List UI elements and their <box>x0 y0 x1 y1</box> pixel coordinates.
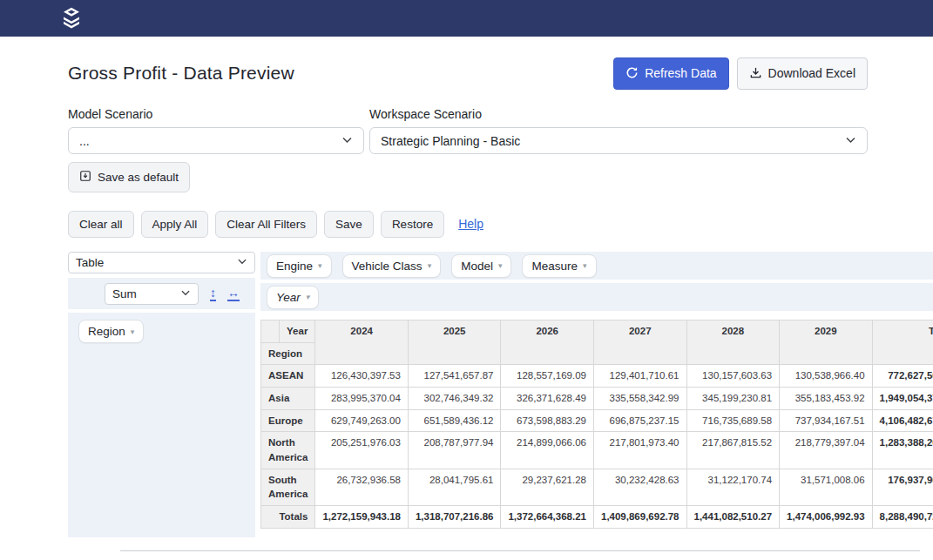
value-cell: 217,801,973.40 <box>593 432 686 469</box>
column-header: 2029 <box>780 320 873 365</box>
value-cell: 326,371,628.49 <box>501 388 594 410</box>
layers-logo-icon[interactable] <box>61 7 82 30</box>
sort-rows-icon[interactable]: ↕ <box>210 287 216 301</box>
workspace-scenario-select[interactable]: Strategic Planning - Basic <box>369 127 868 154</box>
unused-fields-strip: Engine ▾ Vehicle Class ▾ Model ▾ Measure… <box>260 252 933 280</box>
column-header: 2026 <box>501 320 594 365</box>
column-header: 2024 <box>315 320 409 365</box>
value-cell: 629,749,263.00 <box>315 409 409 432</box>
value-cell: 302,746,349.32 <box>408 388 501 410</box>
save-button[interactable]: Save <box>324 211 374 239</box>
row-axis-label: Region <box>261 342 315 365</box>
row-label: North America <box>261 432 315 469</box>
table-row: Europe629,749,263.00651,589,436.12673,59… <box>261 409 933 432</box>
value-cell: 345,199,230.81 <box>686 388 780 410</box>
value-cell: 1,474,006,992.93 <box>780 506 873 529</box>
value-cell: 176,937,960.89 <box>872 469 933 505</box>
value-cell: 8,288,490,724.22 <box>872 506 933 529</box>
chevron-down-icon <box>341 134 353 148</box>
corner-cell <box>261 320 280 343</box>
column-header: 2027 <box>593 320 686 365</box>
top-navbar <box>0 0 933 37</box>
table-row: ASEAN126,430,397.53127,541,657.87128,557… <box>261 365 933 388</box>
restore-button[interactable]: Restore <box>381 211 444 239</box>
caret-down-icon: ▾ <box>131 327 135 336</box>
value-cell: 214,899,066.06 <box>501 432 594 469</box>
row-label: Asia <box>261 388 315 410</box>
column-header: 2028 <box>686 320 780 365</box>
clear-all-filters-button[interactable]: Clear All Filters <box>215 211 317 239</box>
value-cell: 1,272,159,943.18 <box>315 506 409 529</box>
caret-down-icon: ▾ <box>583 261 587 270</box>
field-pill-vehicle-class[interactable]: Vehicle Class ▾ <box>342 254 442 278</box>
aggregator-strip: Sum ↕ ↔ <box>68 278 255 309</box>
field-pill-region[interactable]: Region ▾ <box>78 320 144 343</box>
pivot-table: Year 202420252026202720282029Totals Regi… <box>260 320 933 529</box>
caret-down-icon: ▾ <box>428 261 432 270</box>
column-header-row: Year 202420252026202720282029Totals <box>261 320 933 343</box>
value-cell: 30,232,428.63 <box>593 469 686 505</box>
value-cell: 126,430,397.53 <box>315 365 409 388</box>
download-icon <box>749 66 762 81</box>
caret-down-icon: ▾ <box>318 261 322 270</box>
apply-all-button[interactable]: Apply All <box>141 211 209 239</box>
row-label: Totals <box>261 506 315 529</box>
value-cell: 1,441,082,510.27 <box>686 506 780 529</box>
table-row: South America26,732,936.5828,041,795.612… <box>261 469 933 505</box>
row-label: South America <box>261 469 315 505</box>
page-title: Gross Profit - Data Preview <box>68 63 294 84</box>
workspace-scenario-label: Workspace Scenario <box>369 107 868 121</box>
row-fields-panel: Region ▾ <box>68 313 255 537</box>
totals-row: Totals1,272,159,943.181,318,707,216.861,… <box>261 506 933 529</box>
clear-all-button[interactable]: Clear all <box>68 211 134 239</box>
download-excel-button[interactable]: Download Excel <box>737 57 868 90</box>
help-link[interactable]: Help <box>458 217 483 231</box>
value-cell: 29,237,621.28 <box>501 469 594 505</box>
value-cell: 716,735,689.58 <box>686 409 780 432</box>
column-fields-strip: Year ▾ <box>260 283 933 311</box>
value-cell: 28,041,795.61 <box>408 469 501 505</box>
chevron-down-icon <box>845 134 856 148</box>
value-cell: 1,949,054,375.56 <box>872 388 933 410</box>
refresh-icon <box>625 66 639 81</box>
value-cell: 218,779,397.04 <box>780 432 873 469</box>
value-cell: 772,627,505.13 <box>872 365 933 388</box>
aggregator-select[interactable]: Sum <box>105 283 199 305</box>
field-pill-model[interactable]: Model ▾ <box>451 254 511 278</box>
value-cell: 129,401,710.61 <box>593 365 686 388</box>
save-as-default-button[interactable]: Save as default <box>68 162 190 192</box>
value-cell: 217,867,815.52 <box>686 432 780 469</box>
bottom-divider <box>120 550 920 551</box>
renderer-select[interactable]: Table <box>68 252 255 273</box>
chevron-down-icon <box>237 256 247 269</box>
column-header: Totals <box>872 320 933 365</box>
value-cell: 4,106,482,676.64 <box>872 409 933 432</box>
col-axis-label: Year <box>280 320 315 343</box>
sort-cols-icon[interactable]: ↔ <box>227 287 240 301</box>
table-row: Asia283,995,370.04302,746,349.32326,371,… <box>261 388 933 410</box>
value-cell: 205,251,976.03 <box>315 432 409 469</box>
value-cell: 335,558,342.99 <box>593 388 686 410</box>
value-cell: 31,122,170.74 <box>686 469 780 505</box>
model-scenario-label: Model Scenario <box>68 107 364 121</box>
field-pill-measure[interactable]: Measure ▾ <box>522 254 596 278</box>
value-cell: 31,571,008.06 <box>780 469 873 505</box>
table-row: North America205,251,976.03208,787,977.9… <box>261 432 933 469</box>
value-cell: 651,589,436.12 <box>408 409 501 432</box>
row-label: Europe <box>261 409 315 432</box>
save-default-icon <box>79 170 91 185</box>
value-cell: 127,541,657.87 <box>408 365 501 388</box>
refresh-data-button[interactable]: Refresh Data <box>613 57 728 90</box>
value-cell: 283,995,370.04 <box>315 388 409 410</box>
value-cell: 737,934,167.51 <box>780 409 873 432</box>
value-cell: 696,875,237.15 <box>593 409 686 432</box>
caret-down-icon: ▾ <box>498 261 503 270</box>
column-header: 2025 <box>408 320 501 365</box>
field-pill-year[interactable]: Year ▾ <box>267 286 319 309</box>
caret-down-icon: ▾ <box>306 293 310 301</box>
row-label: ASEAN <box>261 365 315 388</box>
value-cell: 1,318,707,216.86 <box>408 506 501 529</box>
value-cell: 208,787,977.94 <box>408 432 501 469</box>
field-pill-engine[interactable]: Engine ▾ <box>267 254 332 278</box>
model-scenario-select[interactable]: ... <box>68 127 364 154</box>
